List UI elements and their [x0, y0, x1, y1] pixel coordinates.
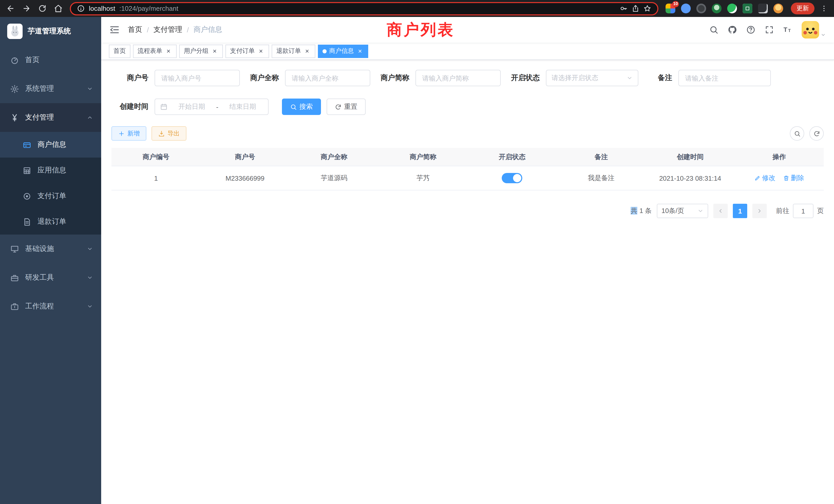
dashboard-icon: [10, 56, 19, 64]
sidebar-item-pay-orders[interactable]: 支付订单: [0, 183, 101, 209]
sidebar-item-merchant-info[interactable]: 商户信息: [0, 132, 101, 158]
help-icon[interactable]: [746, 25, 755, 35]
fullscreen-icon[interactable]: [765, 25, 774, 35]
page-size-select[interactable]: 10条/页: [657, 204, 708, 218]
github-icon[interactable]: [728, 25, 737, 35]
app-frame: 芋道管理系统 首页 系统管理 支付管理 商户信息: [0, 17, 834, 504]
monitor-icon: [10, 245, 19, 253]
sidebar-item-workflow[interactable]: 工作流程: [0, 292, 101, 321]
search-button[interactable]: 搜索: [282, 98, 321, 115]
refresh-table-button[interactable]: [809, 126, 824, 141]
extension-sheet-icon[interactable]: [743, 4, 752, 13]
tab-merchant-info[interactable]: 商户信息: [318, 44, 368, 58]
user-menu[interactable]: [802, 21, 826, 39]
close-icon[interactable]: [356, 47, 364, 55]
edit-link[interactable]: 修改: [754, 174, 775, 183]
tab-label: 退款订单: [276, 47, 301, 55]
share-icon[interactable]: [632, 5, 639, 12]
extension-green-avatar-icon[interactable]: [712, 4, 722, 13]
page-annotation: 商户列表: [387, 20, 455, 40]
bookmark-star-icon[interactable]: [643, 5, 651, 12]
home-icon[interactable]: [54, 4, 63, 13]
forward-icon[interactable]: [22, 4, 31, 13]
extension-chat-icon[interactable]: [727, 4, 737, 13]
delete-link[interactable]: 删除: [783, 174, 804, 183]
sidebar-collapse-icon[interactable]: [109, 25, 120, 35]
column-header: 商户简称: [378, 148, 467, 166]
close-icon[interactable]: [257, 47, 264, 55]
toggle-search-button[interactable]: [790, 126, 804, 141]
tab-home[interactable]: 首页: [109, 44, 130, 58]
tab-process-form[interactable]: 流程表单: [133, 44, 177, 58]
menu-label: 系统管理: [25, 84, 54, 93]
record-icon: [23, 192, 31, 201]
breadcrumb-home[interactable]: 首页: [128, 25, 142, 35]
page-number-1[interactable]: 1: [733, 204, 747, 218]
add-button[interactable]: 新增: [111, 126, 146, 141]
remark-input[interactable]: [678, 70, 771, 86]
browser-menu-icon[interactable]: [820, 5, 828, 12]
briefcase-icon: [10, 302, 19, 311]
chevron-right-icon: [756, 208, 763, 214]
refresh-icon: [335, 104, 342, 110]
sidebar-item-system[interactable]: 系统管理: [0, 74, 101, 103]
close-icon[interactable]: [211, 47, 218, 55]
merchant-short-name-input[interactable]: [415, 70, 501, 86]
merchant-no-input[interactable]: [155, 70, 240, 86]
gear-icon: [10, 85, 19, 93]
sidebar-item-app-info[interactable]: 应用信息: [0, 158, 101, 183]
start-date-placeholder: 开始日期: [172, 102, 212, 111]
search-icon[interactable]: [709, 25, 719, 35]
column-header: 商户编号: [111, 148, 200, 166]
logo-rabbit-icon: [7, 24, 23, 39]
prev-page-button[interactable]: [713, 204, 728, 218]
extension-orange-avatar-icon[interactable]: [773, 4, 783, 13]
tab-pay-orders[interactable]: 支付订单: [225, 44, 269, 58]
extension-palette-icon[interactable]: 10: [665, 4, 675, 13]
column-header: 备注: [557, 148, 646, 166]
create-time-range-picker[interactable]: 开始日期 - 结束日期: [155, 98, 269, 115]
back-icon[interactable]: [6, 4, 15, 13]
extension-blue-icon[interactable]: [681, 4, 691, 13]
pagination-total-suffix: 1 条: [639, 207, 652, 214]
cell-remark: 我是备注: [557, 166, 646, 190]
goto-page-input[interactable]: [793, 204, 813, 218]
merchant-full-name-input[interactable]: [285, 70, 370, 86]
payment-submenu: 商户信息 应用信息 支付订单 退款订单: [0, 132, 101, 234]
sidebar-item-dev-tools[interactable]: 研发工具: [0, 263, 101, 292]
next-page-button[interactable]: [752, 204, 767, 218]
row-actions: 修改 删除: [754, 174, 804, 183]
reset-button[interactable]: 重置: [327, 98, 366, 115]
status-toggle[interactable]: [502, 173, 522, 183]
extension-script-icon[interactable]: [758, 4, 768, 13]
url-path: :1024/pay/merchant: [119, 5, 178, 12]
address-bar[interactable]: localhost :1024/pay/merchant: [70, 2, 658, 15]
site-info-icon[interactable]: [77, 5, 85, 12]
cell-merchant-full-name: 芋道源码: [290, 166, 379, 190]
status-select[interactable]: 请选择开启状态: [546, 70, 638, 86]
sidebar-item-home[interactable]: 首页: [0, 46, 101, 74]
field-label: 创建时间: [111, 102, 148, 111]
tab-user-group[interactable]: 用户分组: [179, 44, 223, 58]
sidebar-item-refund-orders[interactable]: 退款订单: [0, 209, 101, 234]
calendar-icon: [160, 103, 168, 110]
extension-dark-circle-icon[interactable]: [696, 4, 706, 13]
app-logo[interactable]: 芋道管理系统: [0, 17, 101, 46]
column-header: 操作: [734, 148, 824, 166]
browser-update-button[interactable]: 更新: [791, 3, 814, 14]
close-icon[interactable]: [165, 47, 172, 55]
password-key-icon[interactable]: [620, 5, 628, 12]
field-label: 商户全称: [250, 73, 279, 83]
export-button[interactable]: 导出: [152, 126, 186, 141]
column-header: 商户全称: [290, 148, 379, 166]
sidebar-item-infrastructure[interactable]: 基础设施: [0, 234, 101, 263]
breadcrumb-payment[interactable]: 支付管理: [154, 25, 182, 35]
reload-icon[interactable]: [38, 4, 47, 13]
font-size-icon[interactable]: [783, 25, 792, 35]
close-icon[interactable]: [304, 47, 311, 55]
tab-refund-orders[interactable]: 退款订单: [272, 44, 315, 58]
sidebar-item-payment[interactable]: 支付管理: [0, 103, 101, 132]
select-placeholder: 请选择开启状态: [552, 73, 598, 83]
chevron-down-icon: [87, 303, 93, 310]
field-status: 开启状态 请选择开启状态: [511, 70, 638, 86]
